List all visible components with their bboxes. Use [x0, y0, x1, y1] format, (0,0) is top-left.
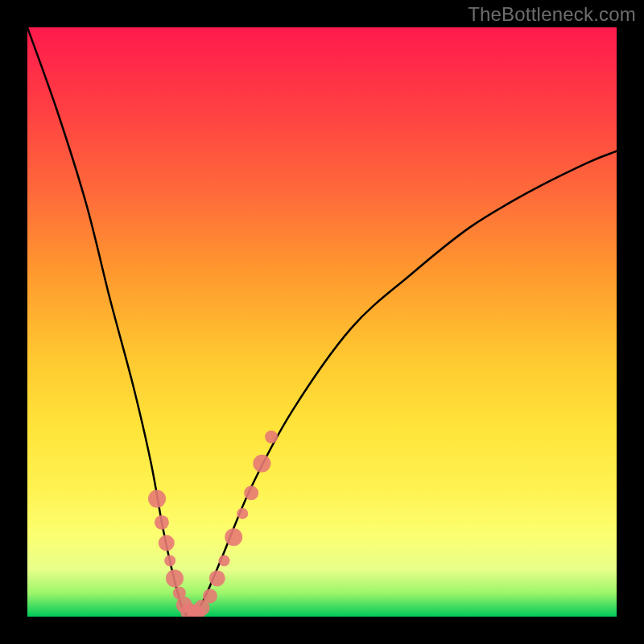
bottleneck-curve [27, 27, 617, 617]
curve-svg [27, 27, 617, 617]
watermark-text: TheBottleneck.com [468, 3, 636, 26]
highlight-dot [225, 528, 242, 546]
highlight-dot [148, 490, 166, 508]
highlight-dot [164, 555, 175, 566]
highlight-dot [203, 588, 217, 603]
highlight-dots-group [148, 431, 278, 617]
plot-area [27, 27, 617, 617]
highlight-dot [218, 555, 229, 566]
highlight-dot [244, 485, 258, 500]
highlight-dot [155, 515, 169, 530]
highlight-dot [166, 569, 184, 587]
highlight-dot [159, 535, 175, 551]
chart-frame: TheBottleneck.com [0, 0, 644, 644]
highlight-dot [265, 431, 278, 444]
highlight-dot [253, 455, 270, 473]
highlight-dot [209, 570, 225, 586]
highlight-dot [237, 508, 248, 519]
